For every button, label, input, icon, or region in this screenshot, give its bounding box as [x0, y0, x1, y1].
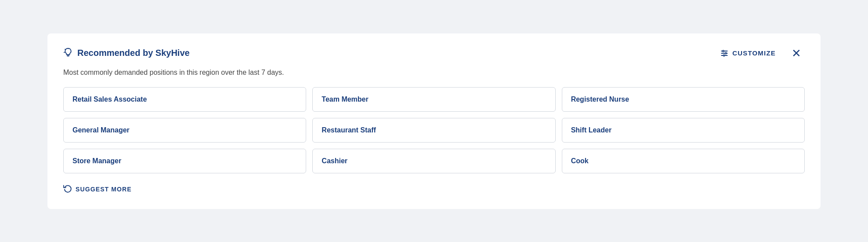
job-label: General Manager	[72, 126, 130, 134]
job-card[interactable]: Store Manager	[63, 149, 306, 173]
job-card[interactable]: Registered Nurse	[562, 87, 805, 112]
job-label: Registered Nurse	[571, 95, 629, 103]
suggest-more-icon	[63, 184, 72, 195]
suggest-more-button[interactable]: SUGGEST MORE	[63, 182, 132, 197]
header-right: CUSTOMIZE ✕	[716, 46, 805, 61]
card-header: Recommended by SkyHive CUSTOMIZE ✕	[63, 46, 805, 61]
job-label: Retail Sales Associate	[72, 95, 147, 103]
job-label: Cashier	[322, 157, 347, 165]
svg-point-6	[723, 50, 724, 51]
job-card[interactable]: Cashier	[312, 149, 555, 173]
close-icon: ✕	[792, 47, 801, 60]
job-card[interactable]: Retail Sales Associate	[63, 87, 306, 112]
job-card[interactable]: Restaurant Staff	[312, 118, 555, 143]
job-label: Restaurant Staff	[322, 126, 376, 134]
close-button[interactable]: ✕	[788, 46, 805, 61]
job-label: Shift Leader	[571, 126, 611, 134]
job-card[interactable]: Shift Leader	[562, 118, 805, 143]
svg-point-7	[725, 52, 727, 54]
svg-point-8	[723, 55, 725, 56]
recommended-card: Recommended by SkyHive CUSTOMIZE ✕	[47, 33, 821, 209]
job-label: Cook	[571, 157, 589, 165]
job-card[interactable]: Cook	[562, 149, 805, 173]
job-label: Store Manager	[72, 157, 121, 165]
subtitle-text: Most commonly demanded positions in this…	[63, 69, 805, 77]
suggest-more-label: SUGGEST MORE	[76, 186, 132, 193]
page-title: Recommended by SkyHive	[77, 48, 190, 58]
customize-button[interactable]: CUSTOMIZE	[716, 47, 779, 59]
header-left: Recommended by SkyHive	[63, 48, 190, 59]
job-card[interactable]: Team Member	[312, 87, 555, 112]
job-label: Team Member	[322, 95, 368, 103]
customize-icon	[720, 49, 729, 58]
customize-label: CUSTOMIZE	[732, 49, 776, 57]
bulb-icon	[63, 48, 73, 59]
jobs-grid: Retail Sales AssociateTeam MemberRegiste…	[63, 87, 805, 173]
job-card[interactable]: General Manager	[63, 118, 306, 143]
